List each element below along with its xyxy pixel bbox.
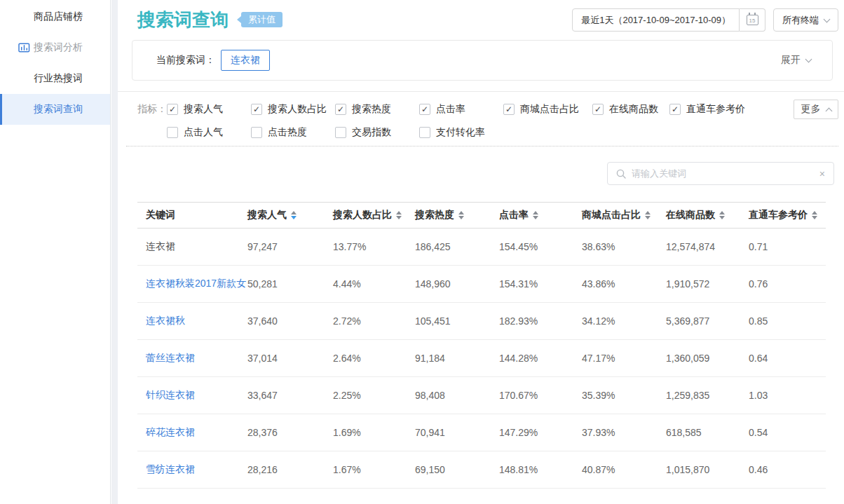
metric-checkbox[interactable]: ✓商城点击占比: [503, 103, 592, 116]
metric-checkbox[interactable]: ✓直通车参考价: [669, 103, 745, 116]
value-cell: 2.72%: [333, 315, 415, 327]
search-input[interactable]: [632, 168, 814, 179]
metric-checkbox[interactable]: 点击热度: [251, 126, 335, 139]
column-header-5[interactable]: 点击率: [499, 209, 582, 222]
analysis-icon: [18, 43, 30, 53]
chevron-down-icon: [805, 56, 812, 63]
value-cell: 0.71: [749, 241, 826, 252]
title-row: 搜索词查询 累计值: [137, 8, 283, 32]
keyword-cell[interactable]: 针织连衣裙: [146, 389, 247, 402]
keyword-cell[interactable]: 碎花连衣裙: [146, 426, 247, 439]
checkbox-checked-icon: ✓: [592, 104, 604, 115]
date-range-group: 最近1天（2017-10-09~2017-10-09） 15: [572, 8, 765, 32]
value-cell: 1,910,572: [666, 278, 749, 290]
more-button[interactable]: 更多: [794, 100, 838, 119]
sidebar-item-label: 搜索词查询: [34, 103, 83, 116]
value-cell: 98,408: [415, 390, 499, 401]
table-row: 蕾丝连衣裙37,0142.64%91,184144.28%47.17%1,360…: [137, 340, 826, 377]
value-cell: 43.86%: [582, 278, 666, 290]
column-label: 搜索人数占比: [333, 209, 392, 222]
value-cell: 34.12%: [582, 315, 666, 327]
metrics-row-2: 点击人气点击热度交易指数支付转化率: [137, 125, 838, 139]
column-header-2[interactable]: 搜索人气: [247, 209, 333, 222]
value-cell: 12,574,874: [666, 241, 749, 252]
sort-icon: [396, 211, 402, 219]
value-cell: 618,585: [666, 427, 749, 438]
column-label: 搜索热度: [415, 209, 454, 222]
app: 商品店铺榜搜索词分析行业热搜词搜索词查询 搜索词查询 累计值 最近1天（2017…: [0, 0, 844, 504]
value-cell: 1,259,835: [666, 390, 749, 401]
table-header: 关键词搜索人气搜索人数占比搜索热度点击率商城点击占比在线商品数直通车参考价: [137, 202, 826, 229]
top-controls: 最近1天（2017-10-09~2017-10-09） 15 所有终端: [572, 8, 838, 32]
value-cell: 186,425: [415, 241, 499, 252]
metric-checkbox[interactable]: ✓搜索热度: [335, 103, 419, 116]
column-header-4[interactable]: 搜索热度: [415, 209, 499, 222]
calendar-day-label: 15: [749, 18, 756, 25]
value-cell: 0.64: [749, 353, 826, 364]
chevron-up-icon: [825, 107, 832, 114]
metrics-row-1: 指标：✓搜索人气✓搜索人数占比✓搜索热度✓点击率✓商城点击占比✓在线商品数✓直通…: [137, 102, 838, 116]
checkbox-unchecked-icon: [251, 127, 262, 138]
sidebar-item-1[interactable]: 商品店铺榜: [0, 1, 110, 32]
keyword-cell[interactable]: 连衣裙秋: [146, 315, 247, 327]
sidebar-item-2[interactable]: 搜索词分析: [0, 32, 110, 63]
sort-icon: [645, 211, 651, 219]
value-cell: 182.93%: [499, 315, 582, 327]
metric-checkbox-label: 搜索人气: [184, 103, 223, 116]
metric-checkbox[interactable]: 交易指数: [335, 126, 419, 139]
value-cell: 2.64%: [333, 353, 415, 364]
column-header-7[interactable]: 在线商品数: [666, 209, 749, 222]
value-cell: 35.39%: [582, 390, 666, 401]
date-range-picker[interactable]: 最近1天（2017-10-09~2017-10-09）: [572, 8, 740, 32]
current-search-card: 当前搜索词： 连衣裙 展开: [132, 40, 833, 81]
table-row: 连衣裙秋装2017新款女50,2814.44%148,960154.31%43.…: [137, 266, 826, 303]
calendar-button[interactable]: 15: [740, 8, 765, 32]
value-cell: 50,281: [247, 278, 333, 290]
keyword-cell[interactable]: 连衣裙秋装2017新款女: [146, 278, 247, 290]
calendar-icon: 15: [747, 15, 758, 25]
table-row: 连衣裙97,24713.77%186,425154.45%38.63%12,57…: [137, 229, 826, 266]
keyword-cell[interactable]: 蕾丝连衣裙: [146, 352, 247, 365]
value-cell: 144.28%: [499, 353, 582, 364]
value-cell: 97,247: [247, 241, 333, 252]
metric-checkbox[interactable]: 点击人气: [167, 126, 251, 139]
sidebar-gutter: [111, 0, 118, 504]
clear-icon[interactable]: ×: [819, 169, 825, 179]
metric-checkbox-label: 直通车参考价: [686, 103, 745, 116]
value-cell: 0.46: [749, 464, 826, 475]
column-header-8[interactable]: 直通车参考价: [749, 209, 826, 222]
table-body: 连衣裙97,24713.77%186,425154.45%38.63%12,57…: [137, 229, 826, 489]
value-cell: 2.25%: [333, 390, 415, 401]
metric-checkbox[interactable]: ✓点击率: [419, 103, 503, 116]
value-cell: 148.81%: [499, 464, 582, 475]
metric-checkbox[interactable]: ✓搜索人数占比: [251, 103, 335, 116]
keyword-cell[interactable]: 雪纺连衣裙: [146, 463, 247, 476]
column-label: 商城点击占比: [582, 209, 641, 222]
sidebar-item-4[interactable]: 搜索词查询: [0, 94, 110, 125]
value-cell: 0.85: [749, 315, 826, 327]
date-range-label: 最近1天（2017-10-09~2017-10-09）: [581, 14, 730, 27]
sidebar-item-3[interactable]: 行业热搜词: [0, 63, 110, 94]
value-cell: 105,451: [415, 315, 499, 327]
metric-checkbox[interactable]: ✓在线商品数: [592, 103, 669, 116]
column-header-6[interactable]: 商城点击占比: [582, 209, 666, 222]
current-term-button[interactable]: 连衣裙: [221, 50, 270, 71]
metric-checkbox[interactable]: ✓搜索人气: [167, 103, 251, 116]
terminal-selector[interactable]: 所有终端: [773, 8, 838, 32]
sort-icon: [533, 211, 538, 219]
table-row: 碎花连衣裙28,3761.69%70,941147.29%37.93%618,5…: [137, 414, 826, 451]
value-cell: 0.54: [749, 427, 826, 438]
metric-checkbox-label: 点击人气: [184, 126, 223, 139]
metric-checkbox-label: 搜索人数占比: [268, 103, 327, 116]
value-cell: 1.03: [749, 390, 826, 401]
sort-icon: [812, 211, 817, 219]
metric-checkbox[interactable]: 支付转化率: [419, 126, 485, 139]
table-row: 雪纺连衣裙28,2161.67%69,150148.81%40.87%1,015…: [137, 451, 826, 489]
sidebar-item-label: 搜索词分析: [34, 41, 83, 54]
search-icon: [616, 169, 626, 179]
sidebar-item-label: 商品店铺榜: [34, 11, 83, 23]
column-header-3[interactable]: 搜索人数占比: [333, 209, 415, 222]
checkbox-checked-icon: ✓: [251, 104, 262, 115]
expand-toggle[interactable]: 展开: [781, 54, 811, 67]
table-row: 针织连衣裙33,6472.25%98,408170.67%35.39%1,259…: [137, 377, 826, 414]
